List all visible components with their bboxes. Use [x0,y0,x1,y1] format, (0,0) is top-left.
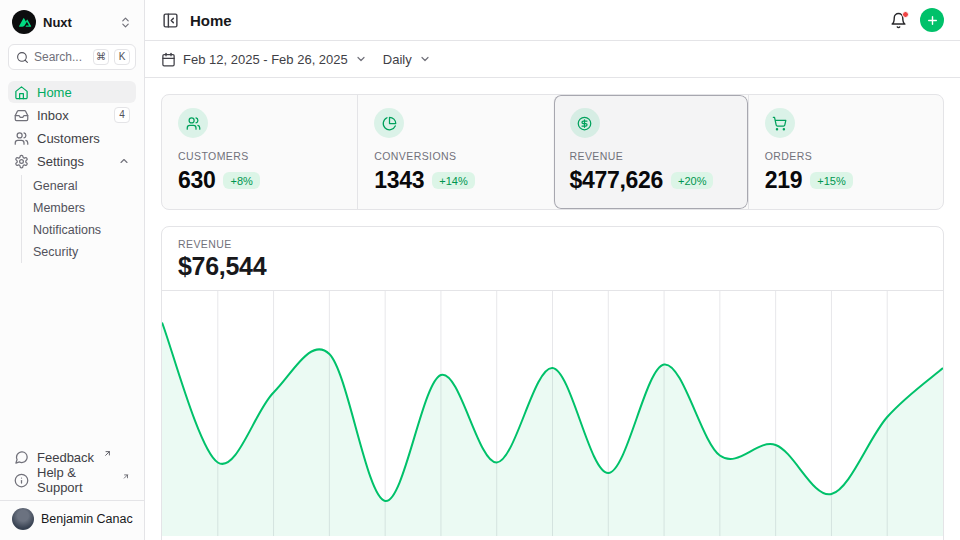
main-area: Home Feb 12, 2025 - Feb 26, 2025 Daily [145,0,960,540]
stat-delta-badge: +20% [671,172,713,189]
stat-value: 630 [178,167,215,194]
top-header: Home [145,0,960,41]
sidebar-item-settings[interactable]: Settings [8,150,136,172]
calendar-icon [161,52,176,67]
inbox-count-badge: 4 [114,107,130,123]
home-icon [14,85,29,100]
stat-label: CUSTOMERS [178,150,341,162]
filters-toolbar: Feb 12, 2025 - Feb 26, 2025 Daily [145,41,960,78]
sidebar-nav: Home Inbox 4 Customers Settings General … [8,81,136,265]
chevron-down-icon [355,53,367,65]
stat-card-conversions[interactable]: CONVERSIONS 1343 +14% [357,95,552,209]
stats-row: CUSTOMERS 630 +8% CONVERSIONS 1343 +14% [161,94,944,210]
topbar-actions [890,8,944,32]
app-window: Nuxt ⌘ K Home Inbox 4 Customers [0,0,960,540]
shopping-cart-icon [772,116,787,131]
stat-delta-badge: +14% [432,172,474,189]
sidebar-item-customers[interactable]: Customers [8,127,136,149]
sidebar-item-security[interactable]: Security [33,241,136,263]
dashboard-content: CUSTOMERS 630 +8% CONVERSIONS 1343 +14% [145,78,960,540]
sidebar-item-label: Settings [37,154,84,169]
plus-icon [926,14,939,27]
sidebar-item-label: Feedback [37,450,94,465]
stat-value: 1343 [374,167,424,194]
info-circle-icon [14,473,29,488]
stat-delta-badge: +15% [810,172,852,189]
sidebar-item-inbox[interactable]: Inbox 4 [8,104,136,126]
date-range-picker[interactable]: Feb 12, 2025 - Feb 26, 2025 [161,52,367,67]
kbd-k: K [114,49,130,65]
users-icon [186,116,201,131]
nuxt-logo-icon [12,10,36,34]
stat-card-orders[interactable]: ORDERS 219 +15% [748,95,943,209]
sidebar-item-notifications[interactable]: Notifications [33,219,136,241]
search-input[interactable] [34,50,88,64]
chart-total: $76,544 [178,252,927,281]
collapse-sidebar-button[interactable] [161,11,179,29]
circle-dollar-icon [577,116,592,131]
user-menu[interactable]: Benjamin Canac [8,508,136,530]
sidebar-item-members[interactable]: Members [33,197,136,219]
period-value: Daily [383,52,412,67]
settings-submenu: General Members Notifications Security [21,175,136,263]
sidebar-item-label: Home [37,85,72,100]
revenue-chart-card: REVENUE $76,544 14 Feb16 Feb18 Feb20 Feb… [161,226,944,540]
stat-value: $477,626 [570,167,664,194]
sidebar-item-label: Customers [37,131,100,146]
gear-icon [14,154,29,169]
stat-label: ORDERS [765,150,927,162]
kbd-meta: ⌘ [93,49,109,65]
chevron-down-icon [419,53,431,65]
inbox-icon [14,108,29,123]
sidebar-footer-nav: Feedback Help & Support [8,446,136,492]
sidebar-item-general[interactable]: General [33,175,136,197]
stat-card-revenue[interactable]: REVENUE $477,626 +20% [553,95,748,209]
revenue-area-chart [162,291,943,536]
external-link-icon [103,449,112,458]
message-circle-icon [14,450,29,465]
sidebar: Nuxt ⌘ K Home Inbox 4 Customers [0,0,145,540]
sidebar-item-label: Help & Support [37,465,113,495]
sidebar-item-label: Inbox [37,108,69,123]
sidebar-item-help-support[interactable]: Help & Support [8,469,136,491]
date-range-value: Feb 12, 2025 - Feb 26, 2025 [183,52,348,67]
chevron-up-icon [118,155,130,167]
chart-label: REVENUE [178,238,927,250]
stat-card-customers[interactable]: CUSTOMERS 630 +8% [162,95,357,209]
workspace-name: Nuxt [43,15,72,30]
workspace-switcher[interactable]: Nuxt [8,10,136,44]
period-select[interactable]: Daily [383,52,431,67]
stat-delta-badge: +8% [223,172,259,189]
chart-header: REVENUE $76,544 [162,227,943,291]
sidebar-spacer [8,265,136,446]
avatar [12,508,34,530]
sidebar-item-home[interactable]: Home [8,81,136,103]
users-icon [14,131,29,146]
stat-value: 219 [765,167,802,194]
chart-x-axis: 14 Feb16 Feb18 Feb20 Feb22 Feb24 Feb [162,536,943,540]
chart-plot-area[interactable]: 14 Feb16 Feb18 Feb20 Feb22 Feb24 Feb [162,291,943,540]
chart-pie-icon [382,116,397,131]
search-input-wrapper: ⌘ K [8,44,136,70]
search-icon [16,51,29,64]
chevrons-up-down-icon [119,16,132,29]
sidebar-divider [0,500,144,501]
stat-label: CONVERSIONS [374,150,536,162]
notifications-button[interactable] [890,12,907,29]
page-title: Home [190,12,232,29]
notification-dot [902,11,909,18]
user-name: Benjamin Canac [41,512,133,526]
panel-left-close-icon [162,12,179,29]
add-button[interactable] [920,8,944,32]
stat-label: REVENUE [570,150,732,162]
external-link-icon [122,472,130,481]
